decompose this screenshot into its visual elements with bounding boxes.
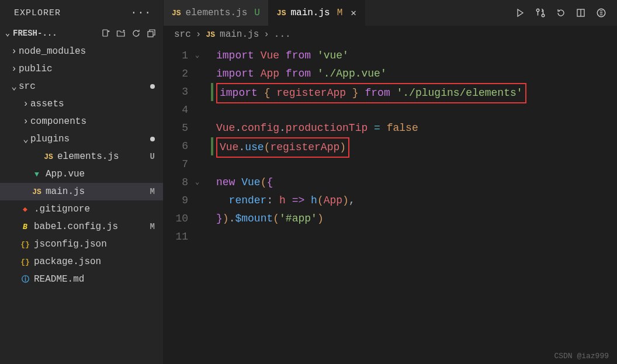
tab-label: elements.js: [186, 8, 248, 18]
revert-icon[interactable]: [556, 8, 566, 18]
section-label: FRESH-...: [13, 29, 101, 38]
modified-dot-icon: [150, 84, 155, 89]
file-elements-js[interactable]: JSelements.jsU: [0, 148, 163, 165]
untracked-badge: U: [150, 152, 155, 161]
chevron-down-icon: ⌄: [2, 28, 13, 38]
explorer-title: EXPLORER: [14, 8, 61, 18]
chevron-right-icon: ›: [21, 116, 30, 127]
collapse-all-icon[interactable]: [147, 29, 156, 38]
svg-rect-1: [148, 32, 153, 37]
chevron-right-icon: ›: [264, 29, 269, 40]
editor-area: JS elements.js U JS main.js M ✕ src › JS…: [164, 0, 617, 364]
untracked-badge: U: [254, 8, 260, 18]
folder-plugins[interactable]: ⌄plugins: [0, 130, 163, 148]
highlight-annotation: import { registerApp } from './plugins/e…: [216, 83, 526, 103]
fold-icon[interactable]: ⌄: [195, 174, 199, 192]
explorer-more-icon[interactable]: ···: [131, 7, 151, 19]
modified-badge: M: [150, 222, 155, 231]
info-file-icon: ⓘ: [19, 274, 32, 285]
explorer-header: EXPLORER ···: [0, 0, 163, 26]
file-app-vue[interactable]: ▼App.vue: [0, 165, 163, 183]
diff-added-mark: [211, 137, 213, 155]
line-numbers: 1234567891011: [164, 47, 199, 246]
code-lines[interactable]: import Vue from 'vue' import App from '.…: [214, 47, 617, 246]
vue-file-icon: ▼: [30, 170, 43, 179]
babel-file-icon: B: [19, 223, 32, 231]
overflow-icon[interactable]: [596, 8, 606, 18]
tab-main-js[interactable]: JS main.js M ✕: [269, 0, 365, 26]
highlight-annotation: Vue.use(registerApp): [216, 137, 349, 158]
watermark: CSDN @iaz999: [554, 352, 609, 360]
svg-point-3: [542, 14, 545, 17]
json-file-icon: {}: [19, 240, 32, 249]
breadcrumb-seg[interactable]: src: [174, 29, 191, 40]
breadcrumb-seg[interactable]: main.js: [220, 29, 259, 40]
tabs-bar: JS elements.js U JS main.js M ✕: [164, 0, 617, 26]
file-tree: ›node_modules ›public ⌄src ›assets ›comp…: [0, 40, 163, 288]
fold-gutter: ⌄⌄: [199, 47, 210, 246]
js-file-icon: JS: [172, 9, 181, 18]
modified-badge: M: [337, 8, 343, 18]
svg-point-2: [536, 9, 539, 12]
section-header[interactable]: ⌄ FRESH-...: [0, 26, 163, 40]
js-file-icon: JS: [206, 30, 215, 39]
folder-public[interactable]: ›public: [0, 60, 163, 78]
js-file-icon: JS: [277, 9, 286, 18]
new-folder-icon[interactable]: [116, 29, 126, 38]
file-jsconfig[interactable]: {}jsconfig.json: [0, 235, 163, 253]
chevron-right-icon: ›: [9, 64, 19, 74]
close-icon[interactable]: ✕: [351, 7, 356, 19]
tab-elements-js[interactable]: JS elements.js U: [164, 0, 269, 26]
chevron-down-icon: ⌄: [21, 133, 30, 145]
explorer-sidebar: EXPLORER ··· ⌄ FRESH-... ›node_modules ›…: [0, 0, 164, 364]
folder-node-modules[interactable]: ›node_modules: [0, 43, 163, 60]
split-editor-icon[interactable]: [576, 8, 585, 18]
git-compare-icon[interactable]: [535, 8, 546, 18]
chevron-right-icon: ›: [9, 46, 19, 57]
chevron-right-icon: ›: [196, 29, 202, 40]
new-file-icon[interactable]: [101, 29, 110, 38]
folder-components[interactable]: ›components: [0, 113, 163, 130]
modified-badge: M: [150, 187, 155, 196]
chevron-down-icon: ⌄: [9, 81, 19, 92]
file-babel-config[interactable]: Bbabel.config.jsM: [0, 218, 163, 235]
fold-icon[interactable]: ⌄: [195, 47, 199, 65]
breadcrumb-seg[interactable]: ...: [274, 29, 291, 40]
refresh-icon[interactable]: [131, 29, 141, 38]
file-package-json[interactable]: {}package.json: [0, 253, 163, 271]
tab-label: main.js: [290, 8, 330, 18]
js-file-icon: JS: [30, 188, 43, 196]
git-file-icon: ◆: [19, 204, 32, 214]
chevron-right-icon: ›: [21, 99, 30, 109]
modified-dot-icon: [150, 137, 155, 141]
folder-assets[interactable]: ›assets: [0, 95, 163, 113]
json-file-icon: {}: [19, 258, 32, 266]
js-file-icon: JS: [42, 152, 55, 161]
editor-actions: [505, 8, 617, 18]
file-main-js[interactable]: JSmain.jsM: [0, 183, 163, 200]
run-icon[interactable]: [515, 8, 525, 18]
diff-added-mark: [211, 83, 213, 101]
breadcrumb[interactable]: src › JS main.js › ...: [164, 26, 617, 43]
file-readme[interactable]: ⓘREADME.md: [0, 271, 163, 288]
svg-rect-0: [103, 30, 108, 36]
code-editor[interactable]: 1234567891011 ⌄⌄ import Vue from 'vue' i…: [164, 43, 617, 249]
file-gitignore[interactable]: ◆.gitignore: [0, 200, 163, 218]
folder-src[interactable]: ⌄src: [0, 78, 163, 95]
